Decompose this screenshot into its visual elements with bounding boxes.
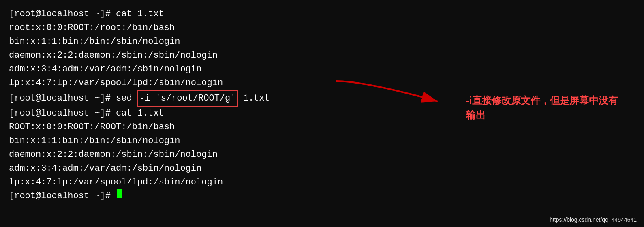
terminal-window: [root@localhost ~]# cat 1.txt root:x:0:0… <box>0 0 644 210</box>
sed-args-highlight: -i 's/root/ROOT/g' <box>137 90 238 107</box>
data-line-8: daemon:x:2:2:daemon:/sbin:/sbin/nologin <box>9 148 635 162</box>
sed-keyword: sed <box>116 92 137 105</box>
prompt-1: [root@localhost ~]# <box>9 7 116 21</box>
annotation-line2: 输出 <box>466 108 618 122</box>
prompt-cat2: [root@localhost ~]# <box>9 107 116 120</box>
data-line-4: adm:x:3:4:adm:/var/adm:/sbin/nologin <box>9 62 635 76</box>
cmd-cat2: cat 1.txt <box>116 107 164 120</box>
data-line-1: root:x:0:0:ROOT:/root:/bin/bash <box>9 21 635 35</box>
final-prompt-line: [root@localhost ~]# <box>9 189 635 203</box>
annotation-text: -i直接修改原文件，但是屏幕中没有 输出 <box>466 93 618 122</box>
data-line-3: daemon:x:2:2:daemon:/sbin:/sbin/nologin <box>9 49 635 62</box>
data-line-5: lp:x:4:7:lp:/var/spool/lpd:/sbin/nologin <box>9 76 635 90</box>
data-line-9: adm:x:3:4:adm:/var/adm:/sbin/nologin <box>9 162 635 176</box>
cmd-1: cat 1.txt <box>116 7 164 21</box>
terminal-cursor <box>117 189 122 198</box>
final-prompt: [root@localhost ~]# <box>9 189 116 203</box>
data-line-7: bin:x:1:1:bin:/bin:/sbin/nologin <box>9 134 635 148</box>
sed-prompt: [root@localhost ~]# <box>9 92 116 105</box>
data-line-2: bin:x:1:1:bin:/bin:/sbin/nologin <box>9 35 635 49</box>
watermark: https://blog.csdn.net/qq_44944641 <box>550 216 637 223</box>
annotation-arrow <box>332 77 454 126</box>
sed-file: 1.txt <box>238 92 270 105</box>
data-line-10: lp:x:4:7:lp:/var/spool/lpd:/sbin/nologin <box>9 176 635 189</box>
annotation-line1: -i直接修改原文件，但是屏幕中没有 <box>466 93 618 108</box>
line-1: [root@localhost ~]# cat 1.txt <box>9 7 635 21</box>
